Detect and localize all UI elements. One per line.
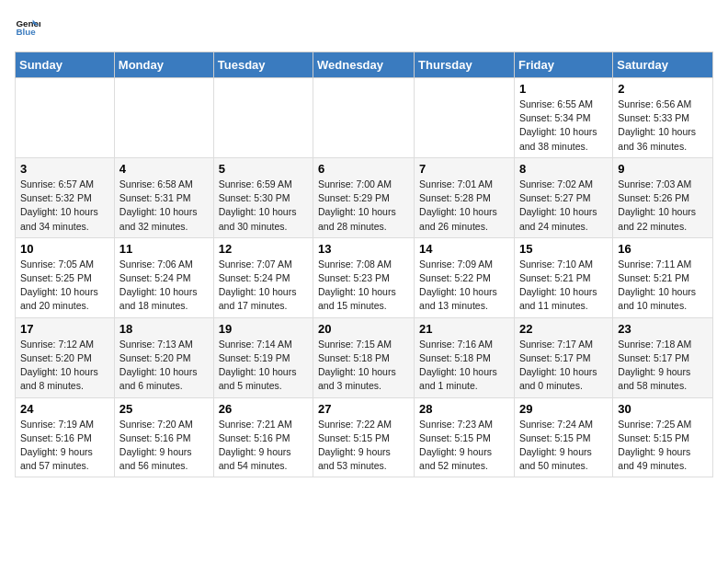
- calendar-day-cell: 4Sunrise: 6:58 AM Sunset: 5:31 PM Daylig…: [114, 157, 213, 237]
- day-info: Sunrise: 6:58 AM Sunset: 5:31 PM Dayligh…: [119, 178, 209, 234]
- calendar-day-cell: 13Sunrise: 7:08 AM Sunset: 5:23 PM Dayli…: [313, 237, 415, 317]
- day-number: 23: [618, 322, 708, 336]
- day-info: Sunrise: 7:24 AM Sunset: 5:15 PM Dayligh…: [519, 418, 608, 474]
- day-info: Sunrise: 7:21 AM Sunset: 5:16 PM Dayligh…: [219, 418, 308, 474]
- calendar-day-cell: 10Sunrise: 7:05 AM Sunset: 5:25 PM Dayli…: [16, 237, 115, 317]
- calendar-day-cell: [313, 78, 415, 158]
- calendar-day-cell: 14Sunrise: 7:09 AM Sunset: 5:22 PM Dayli…: [415, 237, 515, 317]
- calendar-day-cell: 11Sunrise: 7:06 AM Sunset: 5:24 PM Dayli…: [114, 237, 213, 317]
- calendar-day-cell: 29Sunrise: 7:24 AM Sunset: 5:15 PM Dayli…: [514, 397, 612, 477]
- day-info: Sunrise: 7:19 AM Sunset: 5:16 PM Dayligh…: [20, 418, 109, 474]
- day-number: 20: [318, 322, 409, 336]
- day-number: 10: [20, 242, 109, 256]
- day-number: 8: [519, 162, 608, 176]
- day-info: Sunrise: 6:57 AM Sunset: 5:32 PM Dayligh…: [20, 178, 109, 234]
- day-info: Sunrise: 7:07 AM Sunset: 5:24 PM Dayligh…: [219, 258, 308, 314]
- calendar-day-cell: 16Sunrise: 7:11 AM Sunset: 5:21 PM Dayli…: [613, 237, 713, 317]
- day-number: 7: [419, 162, 509, 176]
- calendar-week-row: 17Sunrise: 7:12 AM Sunset: 5:20 PM Dayli…: [16, 317, 713, 397]
- day-number: 5: [219, 162, 308, 176]
- day-info: Sunrise: 7:13 AM Sunset: 5:20 PM Dayligh…: [119, 338, 209, 394]
- calendar-day-cell: 20Sunrise: 7:15 AM Sunset: 5:18 PM Dayli…: [313, 317, 415, 397]
- calendar-week-row: 24Sunrise: 7:19 AM Sunset: 5:16 PM Dayli…: [16, 397, 713, 477]
- calendar-day-cell: 7Sunrise: 7:01 AM Sunset: 5:28 PM Daylig…: [415, 157, 515, 237]
- day-info: Sunrise: 7:12 AM Sunset: 5:20 PM Dayligh…: [20, 338, 109, 394]
- calendar-day-cell: 19Sunrise: 7:14 AM Sunset: 5:19 PM Dayli…: [213, 317, 313, 397]
- calendar-day-cell: 24Sunrise: 7:19 AM Sunset: 5:16 PM Dayli…: [16, 397, 115, 477]
- day-number: 3: [20, 162, 109, 176]
- day-number: 16: [618, 242, 708, 256]
- calendar-day-cell: 8Sunrise: 7:02 AM Sunset: 5:27 PM Daylig…: [514, 157, 612, 237]
- logo: General Blue: [15, 15, 44, 40]
- day-number: 6: [318, 162, 409, 176]
- calendar-week-row: 3Sunrise: 6:57 AM Sunset: 5:32 PM Daylig…: [16, 157, 713, 237]
- day-number: 9: [618, 162, 708, 176]
- calendar-day-cell: 25Sunrise: 7:20 AM Sunset: 5:16 PM Dayli…: [114, 397, 213, 477]
- calendar-day-cell: [16, 78, 115, 158]
- day-number: 25: [119, 402, 209, 416]
- day-number: 15: [519, 242, 608, 256]
- day-info: Sunrise: 6:56 AM Sunset: 5:33 PM Dayligh…: [618, 98, 708, 154]
- weekday-header: Sunday: [16, 52, 115, 78]
- day-info: Sunrise: 7:00 AM Sunset: 5:29 PM Dayligh…: [318, 178, 409, 234]
- day-info: Sunrise: 7:08 AM Sunset: 5:23 PM Dayligh…: [318, 258, 409, 314]
- day-number: 28: [419, 402, 509, 416]
- calendar-week-row: 10Sunrise: 7:05 AM Sunset: 5:25 PM Dayli…: [16, 237, 713, 317]
- calendar-day-cell: 1Sunrise: 6:55 AM Sunset: 5:34 PM Daylig…: [514, 78, 612, 158]
- day-info: Sunrise: 6:55 AM Sunset: 5:34 PM Dayligh…: [519, 98, 608, 154]
- weekday-header: Wednesday: [313, 52, 415, 78]
- day-number: 19: [219, 322, 308, 336]
- calendar-day-cell: 9Sunrise: 7:03 AM Sunset: 5:26 PM Daylig…: [613, 157, 713, 237]
- calendar-day-cell: 28Sunrise: 7:23 AM Sunset: 5:15 PM Dayli…: [415, 397, 515, 477]
- calendar-day-cell: 12Sunrise: 7:07 AM Sunset: 5:24 PM Dayli…: [213, 237, 313, 317]
- calendar-day-cell: 18Sunrise: 7:13 AM Sunset: 5:20 PM Dayli…: [114, 317, 213, 397]
- day-info: Sunrise: 7:22 AM Sunset: 5:15 PM Dayligh…: [318, 418, 409, 474]
- calendar-day-cell: 6Sunrise: 7:00 AM Sunset: 5:29 PM Daylig…: [313, 157, 415, 237]
- day-info: Sunrise: 7:11 AM Sunset: 5:21 PM Dayligh…: [618, 258, 708, 314]
- day-number: 4: [119, 162, 209, 176]
- day-info: Sunrise: 7:14 AM Sunset: 5:19 PM Dayligh…: [219, 338, 308, 394]
- day-number: 2: [618, 82, 708, 96]
- day-info: Sunrise: 7:02 AM Sunset: 5:27 PM Dayligh…: [519, 178, 608, 234]
- day-info: Sunrise: 7:06 AM Sunset: 5:24 PM Dayligh…: [119, 258, 209, 314]
- day-number: 22: [519, 322, 608, 336]
- day-info: Sunrise: 7:03 AM Sunset: 5:26 PM Dayligh…: [618, 178, 708, 234]
- calendar-day-cell: 23Sunrise: 7:18 AM Sunset: 5:17 PM Dayli…: [613, 317, 713, 397]
- calendar-day-cell: 22Sunrise: 7:17 AM Sunset: 5:17 PM Dayli…: [514, 317, 612, 397]
- calendar-day-cell: 15Sunrise: 7:10 AM Sunset: 5:21 PM Dayli…: [514, 237, 612, 317]
- day-number: 24: [20, 402, 109, 416]
- calendar-week-row: 1Sunrise: 6:55 AM Sunset: 5:34 PM Daylig…: [16, 78, 713, 158]
- calendar-day-cell: 5Sunrise: 6:59 AM Sunset: 5:30 PM Daylig…: [213, 157, 313, 237]
- day-info: Sunrise: 6:59 AM Sunset: 5:30 PM Dayligh…: [219, 178, 308, 234]
- day-number: 30: [618, 402, 708, 416]
- day-number: 29: [519, 402, 608, 416]
- calendar-table: SundayMondayTuesdayWednesdayThursdayFrid…: [15, 52, 713, 477]
- weekday-header: Friday: [514, 52, 612, 78]
- day-number: 11: [119, 242, 209, 256]
- day-number: 13: [318, 242, 409, 256]
- weekday-header: Saturday: [613, 52, 713, 78]
- day-info: Sunrise: 7:18 AM Sunset: 5:17 PM Dayligh…: [618, 338, 708, 394]
- day-info: Sunrise: 7:20 AM Sunset: 5:16 PM Dayligh…: [119, 418, 209, 474]
- calendar-day-cell: 2Sunrise: 6:56 AM Sunset: 5:33 PM Daylig…: [613, 78, 713, 158]
- day-number: 26: [219, 402, 308, 416]
- calendar-day-cell: [213, 78, 313, 158]
- svg-text:Blue: Blue: [16, 27, 36, 37]
- day-number: 27: [318, 402, 409, 416]
- day-number: 17: [20, 322, 109, 336]
- calendar-day-cell: [415, 78, 515, 158]
- day-info: Sunrise: 7:05 AM Sunset: 5:25 PM Dayligh…: [20, 258, 109, 314]
- weekday-header: Thursday: [415, 52, 515, 78]
- day-number: 1: [519, 82, 608, 96]
- day-info: Sunrise: 7:25 AM Sunset: 5:15 PM Dayligh…: [618, 418, 708, 474]
- day-number: 21: [419, 322, 509, 336]
- calendar-day-cell: 21Sunrise: 7:16 AM Sunset: 5:18 PM Dayli…: [415, 317, 515, 397]
- day-info: Sunrise: 7:09 AM Sunset: 5:22 PM Dayligh…: [419, 258, 509, 314]
- day-number: 14: [419, 242, 509, 256]
- day-number: 18: [119, 322, 209, 336]
- weekday-header: Monday: [114, 52, 213, 78]
- day-info: Sunrise: 7:15 AM Sunset: 5:18 PM Dayligh…: [318, 338, 409, 394]
- calendar-day-cell: 3Sunrise: 6:57 AM Sunset: 5:32 PM Daylig…: [16, 157, 115, 237]
- weekday-header: Tuesday: [213, 52, 313, 78]
- day-info: Sunrise: 7:01 AM Sunset: 5:28 PM Dayligh…: [419, 178, 509, 234]
